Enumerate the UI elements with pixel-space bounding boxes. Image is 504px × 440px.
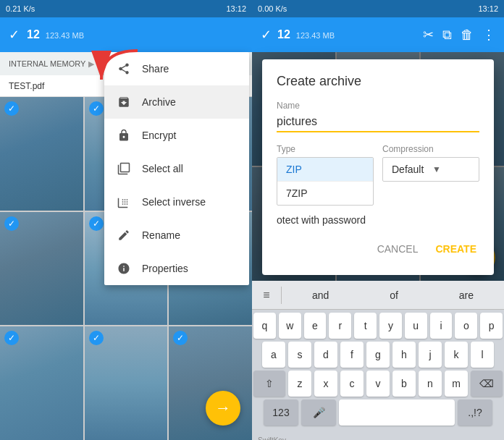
kb-key-a[interactable]: a <box>262 342 285 368</box>
kb-key-g[interactable]: g <box>366 342 390 368</box>
menu-item-select-inverse[interactable]: Select inverse <box>104 185 249 219</box>
photo-cell-7[interactable]: ✓ <box>0 326 83 440</box>
kb-key-j[interactable]: j <box>419 342 442 368</box>
kb-key-y[interactable]: y <box>379 313 402 339</box>
kb-key-p[interactable]: p <box>480 313 503 339</box>
photo-cell-1[interactable]: ✓ <box>0 97 83 211</box>
menu-label-encrypt: Encrypt <box>142 130 176 141</box>
archive-name-input[interactable] <box>277 114 479 132</box>
kb-key-k[interactable]: k <box>445 342 468 368</box>
top-bar-right-left: ✓ 12 123.43 MB <box>261 27 335 43</box>
type-dropdown[interactable]: ZIP 7ZIP <box>277 157 374 206</box>
menu-item-archive[interactable]: Archive <box>104 85 249 119</box>
check-overlay-1: ✓ <box>4 101 19 116</box>
filename-text: TEST.pdf <box>9 81 44 91</box>
kb-key-x[interactable]: x <box>314 371 337 397</box>
kb-key-o[interactable]: o <box>455 313 477 339</box>
check-overlay-9: ✓ <box>173 331 188 345</box>
menu-item-share[interactable]: Share <box>104 52 249 85</box>
kb-mic-key[interactable]: 🎤 <box>301 399 336 426</box>
check-overlay-5: ✓ <box>89 216 104 231</box>
menu-label-select-inverse: Select inverse <box>142 196 206 208</box>
kb-key-i[interactable]: i <box>430 313 453 339</box>
photo-cell-8[interactable]: ✓ <box>85 326 168 440</box>
top-bar-icons: ✂ ⧉ 🗑 ⋮ <box>423 27 495 43</box>
select-all-icon <box>116 161 132 177</box>
kb-key-z[interactable]: z <box>288 371 311 397</box>
swiftkey-logo: SwiftKey <box>258 436 286 441</box>
kb-key-h[interactable]: h <box>392 342 416 368</box>
kb-key-l[interactable]: l <box>471 342 494 368</box>
kb-key-f[interactable]: f <box>340 342 364 368</box>
delete-icon[interactable]: 🗑 <box>461 28 474 43</box>
storage-label: INTERNAL MEMORY <box>9 59 85 68</box>
dropdown-menu: Share Archive Encrypt Select all Select … <box>104 52 249 285</box>
pencil-icon <box>116 227 132 243</box>
kb-row-4: 123 🎤 .,!? <box>253 399 503 426</box>
menu-item-properties[interactable]: Properties <box>104 252 249 285</box>
kb-123-key[interactable]: 123 <box>264 399 298 426</box>
check-icon-right: ✓ <box>261 27 272 43</box>
kb-key-b[interactable]: b <box>392 371 416 397</box>
create-archive-dialog: Create archive Name Type ZIP 7ZIP Compre… <box>262 59 494 275</box>
scissors-icon[interactable]: ✂ <box>423 27 434 43</box>
type-compression-row: Type ZIP 7ZIP Compression Default ▼ <box>277 144 479 206</box>
select-inverse-icon <box>116 194 132 210</box>
dialog-title: Create archive <box>277 74 479 89</box>
menu-item-select-all[interactable]: Select all <box>104 152 249 185</box>
kb-key-t[interactable]: t <box>354 313 377 339</box>
share-icon <box>116 61 132 77</box>
right-panel: 0.00 K/s 13:12 ✓ 12 123.43 MB ✂ ⧉ 🗑 ⋮ <box>252 0 504 440</box>
file-info-left: 12 123.43 MB <box>27 28 84 41</box>
kb-key-w[interactable]: w <box>279 313 301 339</box>
menu-item-rename[interactable]: Rename <box>104 219 249 252</box>
compression-select[interactable]: Default ▼ <box>382 157 479 182</box>
kb-key-c[interactable]: c <box>340 371 364 397</box>
file-size-right: 123.43 MB <box>296 31 335 40</box>
kb-key-s[interactable]: s <box>288 342 311 368</box>
suggestion-are[interactable]: are <box>453 287 479 304</box>
cancel-button[interactable]: CANCEL <box>374 237 421 261</box>
suggestion-and[interactable]: and <box>306 287 335 304</box>
top-bar-left: ✓ 12 123.43 MB <box>0 17 252 52</box>
kb-key-r[interactable]: r <box>329 313 351 339</box>
status-bar-left: 0.21 K/s 13:12 <box>0 0 252 17</box>
photo-cell-4[interactable]: ✓ <box>0 212 83 326</box>
type-option-7zip[interactable]: 7ZIP <box>277 182 373 205</box>
kb-menu-icon[interactable]: ≡ <box>252 289 281 302</box>
menu-label-share: Share <box>142 63 169 75</box>
kb-key-d[interactable]: d <box>314 342 337 368</box>
kb-key-q[interactable]: q <box>253 313 276 339</box>
kb-key-m[interactable]: m <box>445 371 468 397</box>
check-icon: ✓ <box>9 27 20 43</box>
fab-button-left[interactable]: → <box>206 391 240 426</box>
info-icon <box>116 261 132 276</box>
keyboard-rows: q w e r t y u i o p a s d f g h j k <box>252 310 504 431</box>
check-overlay-4: ✓ <box>4 216 19 231</box>
kb-key-e[interactable]: e <box>304 313 327 339</box>
file-count-right: 12 <box>277 28 290 41</box>
check-overlay-8: ✓ <box>89 331 104 345</box>
top-bar-right: ✓ 12 123.43 MB ✂ ⧉ 🗑 ⋮ <box>252 17 504 52</box>
left-panel: 0.21 K/s 13:12 ✓ 12 123.43 MB INTERNAL M… <box>0 0 252 440</box>
kb-key-u[interactable]: u <box>405 313 427 339</box>
photo-cell-9[interactable]: ✓ <box>169 326 252 440</box>
kb-row-1: q w e r t y u i o p <box>253 313 503 339</box>
kb-key-v[interactable]: v <box>366 371 390 397</box>
copy-icon[interactable]: ⧉ <box>442 28 452 43</box>
kb-backspace-key[interactable]: ⌫ <box>471 371 503 397</box>
create-button[interactable]: CREATE <box>432 237 479 261</box>
kb-punctuation-key[interactable]: .,!? <box>458 399 492 426</box>
kb-key-n[interactable]: n <box>419 371 442 397</box>
lock-icon <box>116 127 132 143</box>
compression-arrow-icon: ▼ <box>432 164 470 174</box>
type-option-zip[interactable]: ZIP <box>277 158 373 182</box>
suggestion-of[interactable]: of <box>384 287 404 304</box>
keyboard[interactable]: ≡ and of are q w e r t y u i o p <box>252 281 504 440</box>
kb-space-key[interactable] <box>339 399 455 426</box>
more-icon[interactable]: ⋮ <box>482 27 495 43</box>
kb-row-3: ⇧ z x c v b n m ⌫ <box>253 371 503 397</box>
kb-shift-key[interactable]: ⇧ <box>253 371 285 397</box>
dialog-actions: CANCEL CREATE <box>277 237 479 261</box>
menu-item-encrypt[interactable]: Encrypt <box>104 119 249 152</box>
